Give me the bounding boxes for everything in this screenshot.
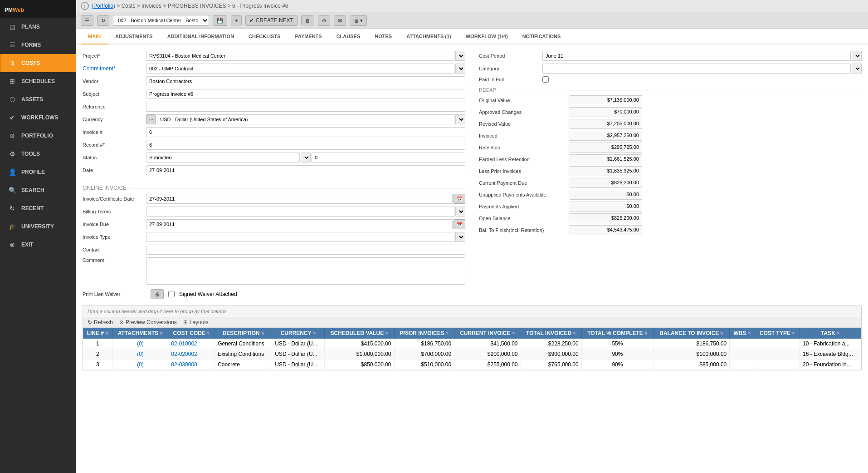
col-wbs[interactable]: WBS⇅ — [730, 328, 755, 339]
portfolio-breadcrumb-link[interactable]: (Portfolio) — [92, 3, 115, 9]
invoice-num-input[interactable] — [146, 127, 465, 137]
invoice-cert-date-calendar-btn[interactable]: 📅 — [454, 194, 465, 204]
tab-additional[interactable]: ADDITIONAL INFORMATION — [160, 29, 241, 44]
col-current-invoice[interactable]: CURRENT INVOICE⇅ — [454, 328, 521, 339]
sidebar-item-recent[interactable]: ↻ RECENT — [0, 199, 76, 217]
cell-cost-code[interactable]: 02-010002 — [168, 339, 215, 349]
sidebar-item-tools[interactable]: ⚙ TOOLS — [0, 145, 76, 163]
contact-input[interactable] — [146, 245, 465, 255]
preview-conversions-btn[interactable]: ⊙ Preview Conversions — [119, 319, 177, 325]
refresh-btn[interactable]: ↻ Refresh — [88, 319, 113, 325]
sidebar-item-portfolio[interactable]: ⊕ PORTFOLIO — [0, 127, 76, 145]
cancel-button[interactable]: ⊘ — [318, 15, 330, 26]
commitment-input[interactable] — [146, 64, 454, 74]
comment-textarea[interactable] — [146, 257, 465, 285]
subject-input[interactable] — [146, 89, 465, 99]
tab-notifications[interactable]: NOTIFICATIONS — [515, 29, 568, 44]
status-num-input[interactable] — [312, 153, 465, 163]
commitment-link[interactable]: Commitment* — [83, 65, 116, 72]
col-total-pct[interactable]: TOTAL % COMPLETE⇅ — [581, 328, 653, 339]
invoice-due-input[interactable] — [146, 219, 453, 229]
save-button[interactable]: 💾 — [213, 15, 227, 26]
cell-attachments[interactable]: (0) — [112, 360, 168, 370]
tab-payments[interactable]: PAYMENTS — [288, 29, 329, 44]
invoice-cert-date-input[interactable] — [146, 194, 453, 204]
col-scheduled-value[interactable]: SCHEDULED VALUE⇅ — [325, 328, 394, 339]
sidebar-item-university[interactable]: 🎓 UNIVERSITY — [0, 217, 76, 236]
date-input[interactable] — [146, 165, 465, 175]
project-input[interactable] — [146, 51, 454, 61]
undo-button[interactable]: ↻ — [97, 15, 109, 26]
add-button[interactable]: + — [231, 15, 242, 25]
revised-value-row: Revised Value $7,205,000.00 — [479, 119, 862, 129]
tab-checklists[interactable]: CHECKLISTS — [241, 29, 288, 44]
status-label: Status — [83, 155, 146, 160]
sidebar-item-assets[interactable]: ⬡ ASSETS — [0, 90, 76, 108]
col-total-invoiced[interactable]: TOTAL INVOICED⇅ — [521, 328, 581, 339]
create-next-button[interactable]: ✔ CREATE NEXT — [245, 15, 297, 26]
sidebar-item-costs[interactable]: $ COSTS — [0, 54, 76, 72]
tab-main[interactable]: MAIN — [81, 29, 108, 44]
billing-terms-dropdown[interactable]: ▾ — [455, 207, 465, 217]
menu-button[interactable]: ☰ — [81, 15, 93, 26]
sidebar-item-search[interactable]: 🔍 SEARCH — [0, 181, 76, 199]
bal-to-finish-label: Bal. To Finish(Incl. Retention) — [479, 227, 570, 233]
vendor-input[interactable] — [146, 76, 465, 86]
sidebar-item-plans[interactable]: ▦ PLANS — [0, 18, 76, 36]
layouts-btn[interactable]: ⊞ Layouts — [183, 319, 209, 325]
category-input[interactable] — [542, 64, 851, 74]
currency-dropdown[interactable]: ▾ — [455, 114, 465, 124]
signed-waiver-checkbox[interactable] — [168, 291, 175, 297]
col-task[interactable]: TASK⇅ — [800, 328, 861, 339]
col-line[interactable]: LINE #⇅ — [83, 328, 112, 339]
status-input[interactable] — [146, 153, 300, 163]
cost-period-dropdown[interactable]: ▾ — [852, 51, 862, 61]
currency-extra-btn[interactable]: ··· — [146, 114, 156, 124]
paid-in-full-checkbox[interactable] — [542, 76, 549, 83]
layouts-label: Layouts — [190, 319, 209, 325]
invoiced-label: Invoiced — [479, 133, 570, 138]
invoice-due-calendar-btn[interactable]: 📅 — [454, 219, 465, 229]
cell-balance-to-invoice: $186,750.00 — [653, 339, 730, 349]
tab-clauses[interactable]: CLAUSES — [329, 29, 368, 44]
sidebar-item-workflows[interactable]: ✔ WORKFLOWS — [0, 108, 76, 127]
col-cost-code[interactable]: COST CODE⇅ — [168, 328, 215, 339]
cell-attachments[interactable]: (0) — [112, 349, 168, 360]
commitment-dropdown[interactable]: ▾ — [455, 64, 465, 74]
refresh-icon: ↻ — [88, 319, 92, 325]
col-cost-type[interactable]: COST TYPE⇅ — [755, 328, 800, 339]
sidebar-item-schedules[interactable]: ⊞ SCHEDULES — [0, 72, 76, 90]
tab-attachments[interactable]: ATTACHMENTS (1) — [399, 29, 458, 44]
col-prior-invoices[interactable]: PRIOR INVOICES⇅ — [394, 328, 454, 339]
col-currency[interactable]: CURRENCY⇅ — [272, 328, 325, 339]
tab-workflow[interactable]: WORKFLOW (1/4) — [458, 29, 515, 44]
cost-period-input[interactable] — [542, 51, 851, 61]
cell-prior-invoices: $510,000.00 — [394, 360, 454, 370]
reference-input[interactable] — [146, 102, 465, 112]
cell-cost-code[interactable]: 02-020002 — [168, 349, 215, 360]
currency-input[interactable] — [157, 114, 454, 124]
col-attachments[interactable]: ATTACHMENTS⇅ — [112, 328, 168, 339]
invoice-type-dropdown[interactable]: ▾ — [455, 232, 465, 242]
sidebar-item-profile[interactable]: 👤 PROFILE — [0, 163, 76, 181]
sidebar-item-forms[interactable]: ☰ FORMS — [0, 36, 76, 54]
cell-attachments[interactable]: (0) — [112, 339, 168, 349]
delete-button[interactable]: 🗑 — [301, 15, 314, 25]
tab-adjustments[interactable]: ADJUSTMENTS — [108, 29, 160, 44]
record-num-input[interactable] — [146, 140, 465, 150]
sidebar-item-exit[interactable]: ⊗ EXIT — [0, 236, 76, 254]
currency-input-group: ··· ▾ — [146, 114, 465, 124]
email-button[interactable]: ✉ — [334, 15, 346, 26]
print-lien-waiver-btn[interactable]: 🖨 — [151, 289, 164, 299]
project-selector[interactable]: 002 - Boston Medical Center - Bosto — [113, 15, 209, 26]
print-button[interactable]: 🖨 ▾ — [350, 15, 367, 26]
invoice-type-input[interactable] — [146, 232, 454, 242]
col-description[interactable]: DESCRIPTION⇅ — [215, 328, 272, 339]
status-dropdown[interactable]: ▾ — [301, 153, 311, 163]
col-balance-to-invoice[interactable]: BALANCE TO INVOICE⇅ — [653, 328, 730, 339]
cell-cost-code[interactable]: 02-030000 — [168, 360, 215, 370]
project-dropdown[interactable]: ▾ — [455, 51, 465, 61]
billing-terms-input[interactable] — [146, 207, 454, 217]
tab-notes[interactable]: NOTES — [367, 29, 399, 44]
category-dropdown[interactable]: ▾ — [852, 64, 862, 74]
